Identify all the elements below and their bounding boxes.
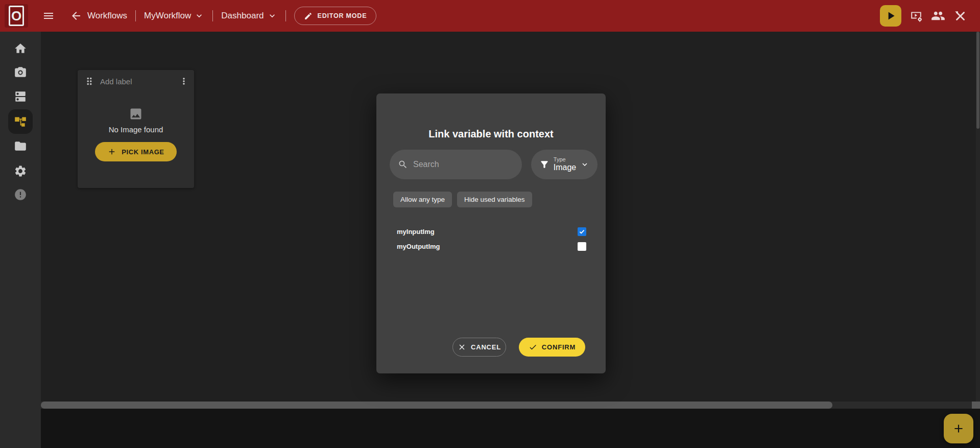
search-field[interactable] [390,150,522,179]
video-settings-button[interactable] [909,9,923,23]
image-placeholder-icon [129,107,143,121]
plus-icon [952,422,965,435]
drag-indicator-icon [84,76,95,87]
widget-menu-button[interactable] [177,74,191,88]
chevron-down-icon [194,11,204,21]
cancel-button[interactable]: CANCEL [452,338,506,357]
variable-name: myOutputImg [397,243,440,250]
type-filter-text: Type Image [554,156,576,172]
variable-name: myInputImg [397,228,435,235]
check-icon [579,243,585,250]
horizontal-scrollbar-thumb[interactable] [41,402,832,409]
link-variable-dialog: Link variable with context Type Image Al… [376,93,606,373]
type-filter-value: Image [554,163,576,172]
breadcrumb-divider [212,10,213,21]
variable-row[interactable]: myInputImg [397,225,586,238]
variable-checkbox[interactable] [578,227,586,236]
hamburger-icon [42,10,55,22]
app-bar-actions [880,5,980,27]
vertical-scrollbar-thumb[interactable] [976,32,979,129]
error-alert-icon [14,188,27,201]
breadcrumb-divider [135,10,136,21]
video-settings-icon [910,9,923,22]
bottom-panel [41,409,980,448]
close-x-icon [458,343,466,351]
check-icon [579,228,585,235]
workflow-selector[interactable]: MyWorkflow [144,11,204,21]
pick-image-label: PICK IMAGE [122,148,164,156]
widget-card-body: No Image found PICK IMAGE [78,107,194,161]
drag-handle[interactable] [83,75,96,88]
chevron-down-icon [580,160,589,169]
sidebar-item-list[interactable] [8,84,33,109]
search-input[interactable] [413,160,514,169]
logo-letter: O [11,9,21,22]
widget-card-header: Add label [78,70,194,92]
filter-funnel-icon [539,159,549,170]
image-widget-card: Add label No Image found PICK IMAGE [78,70,194,188]
editor-mode-label: EDITOR MODE [318,12,367,19]
arrow-back-icon [70,10,82,22]
filter-chips: Allow any type Hide used variables [393,192,532,207]
no-image-text: No Image found [109,125,163,134]
workflow-schema-icon [14,115,27,128]
hide-used-variables-chip[interactable]: Hide used variables [457,192,532,207]
kebab-menu-icon [179,76,189,86]
sidebar [0,32,41,448]
view-selector[interactable]: Dashboard [221,11,277,21]
cancel-label: CANCEL [471,343,501,351]
dialog-title: Link variable with context [376,128,606,140]
app-logo[interactable]: O [5,4,28,28]
search-icon [398,159,408,170]
horizontal-scrollbar[interactable] [41,402,980,409]
variable-row[interactable]: myOutputImg [397,240,586,252]
add-widget-fab[interactable] [944,414,973,443]
run-workflow-button[interactable] [880,5,901,27]
tools-button[interactable] [953,9,967,23]
sidebar-item-alerts[interactable] [8,182,33,207]
view-name: Dashboard [221,11,264,21]
breadcrumb-divider [285,10,286,21]
type-filter-dropdown[interactable]: Type Image [531,150,597,179]
people-icon [931,9,945,23]
camera-icon [14,65,27,79]
check-icon [529,343,537,351]
play-icon [884,9,897,22]
dns-list-icon [14,90,27,103]
widget-label-input[interactable]: Add label [100,77,132,86]
sidebar-item-home[interactable] [8,36,33,61]
plus-icon [107,147,116,156]
type-filter-label: Type [554,156,566,163]
sidebar-item-settings[interactable] [8,159,33,183]
scrollbar-corner [972,402,980,409]
breadcrumb-section[interactable]: Workflows [87,11,127,21]
logo-frame: O [9,6,24,26]
editor-mode-button[interactable]: EDITOR MODE [294,7,377,25]
sidebar-item-files[interactable] [8,134,33,158]
workflow-name: MyWorkflow [144,11,191,21]
confirm-label: CONFIRM [542,343,576,351]
back-button[interactable] [68,8,84,24]
construction-tools-icon [953,9,967,22]
collaborators-button[interactable] [931,9,945,23]
chevron-down-icon [267,11,277,21]
pick-image-button[interactable]: PICK IMAGE [95,142,176,161]
pencil-icon [304,12,313,20]
dialog-actions: CANCEL CONFIRM [376,338,606,357]
menu-button[interactable] [40,8,57,24]
app-bar: O Workflows MyWorkflow Dashboard EDITOR … [0,0,980,32]
folder-icon [14,139,27,153]
allow-any-type-chip[interactable]: Allow any type [393,192,452,207]
confirm-button[interactable]: CONFIRM [519,338,585,357]
vertical-scrollbar[interactable] [976,32,980,402]
variable-list: myInputImg myOutputImg [397,225,586,252]
app-window: O Workflows MyWorkflow Dashboard EDITOR … [0,0,980,448]
gear-icon [14,164,27,178]
variable-checkbox[interactable] [578,242,586,251]
home-icon [14,42,27,55]
sidebar-item-camera[interactable] [8,60,33,84]
sidebar-item-workflows[interactable] [8,109,33,134]
